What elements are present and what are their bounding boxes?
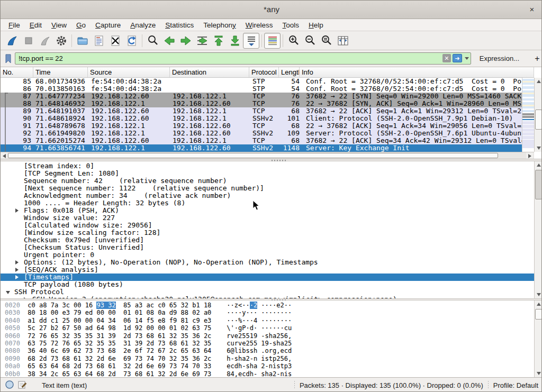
hex-byte[interactable]: 69 [158, 362, 165, 370]
hex-byte[interactable]: 02 [192, 309, 200, 316]
hex-byte[interactable]: 68 [108, 347, 115, 354]
ascii-char[interactable]: · [288, 302, 292, 309]
hex-byte[interactable]: 35 [181, 355, 188, 362]
hex-byte[interactable]: 69 [62, 347, 69, 354]
detail-line[interactable]: [Next sequence number: 1122 (relative se… [1, 185, 534, 192]
hex-byte[interactable]: 68 [62, 362, 69, 370]
ascii-char[interactable]: r [269, 347, 273, 354]
column-length[interactable]: Length [279, 67, 300, 77]
hex-byte[interactable]: 92 [135, 324, 142, 332]
hex-byte[interactable]: 65 [181, 347, 188, 354]
hex-byte[interactable]: 72 [146, 347, 153, 354]
hex-byte[interactable]: 75 [204, 324, 211, 332]
detail-line[interactable]: Checksum: 0x79ed [unverified] [1, 236, 534, 244]
go-forward-button[interactable] [177, 33, 194, 49]
ascii-char[interactable]: d [250, 324, 254, 332]
ascii-char[interactable]: n [269, 362, 273, 370]
ascii-char[interactable]: u [230, 340, 234, 347]
collapsed-arrow-icon[interactable] [15, 260, 19, 265]
detail-line[interactable]: [Checksum Status: Unverified] [1, 244, 534, 251]
hex-byte[interactable]: 73 [169, 362, 177, 370]
hex-byte[interactable]: 68 [96, 370, 104, 377]
ascii-char[interactable]: , [276, 347, 280, 354]
hex-byte[interactable]: 61 [146, 370, 153, 377]
hex-dump[interactable]: 0020 c0 a8 7a 3c 00 16 93 32 85 a3 ac c0… [5, 302, 292, 377]
hex-byte[interactable]: 67 [158, 347, 165, 354]
filter-bookmark-icon[interactable] [2, 52, 15, 65]
detail-line[interactable]: 1000 .... = Header Length: 32 bytes (8) [1, 199, 534, 207]
hex-byte[interactable]: 63 [192, 324, 200, 332]
hex-row-0060[interactable]: 0060 72 76 65 32 35 35 31 39 2d 73 68 61… [5, 332, 292, 340]
ascii-char[interactable]: , [234, 370, 238, 377]
hex-byte[interactable]: 6c [51, 347, 58, 354]
ascii-char[interactable]: h [276, 340, 280, 347]
hex-byte[interactable]: 2d [108, 370, 115, 377]
detail-line[interactable]: [TCP Segment Len: 1080] [1, 170, 534, 177]
hex-byte[interactable]: 73 [123, 370, 131, 377]
column-protocol[interactable]: Protocol [249, 67, 279, 77]
hex-byte[interactable]: 00 [108, 309, 115, 316]
hex-byte[interactable]: 32 [85, 355, 93, 362]
details-vscrollbar[interactable] [534, 161, 542, 298]
scrollbar-thumb[interactable] [535, 309, 542, 320]
hex-byte[interactable]: 73 [96, 347, 104, 354]
ascii-char[interactable]: · [288, 309, 292, 316]
menu-edit[interactable]: Edit [25, 20, 47, 30]
ascii-char[interactable]: 5 [281, 332, 284, 340]
hex-byte[interactable]: 63 [28, 340, 35, 347]
go-to-packet-button[interactable] [194, 33, 210, 49]
ascii-char[interactable]: r [234, 340, 238, 347]
scrollbar-thumb[interactable] [535, 170, 542, 199]
add-filter-button[interactable]: + [532, 54, 542, 63]
column-source[interactable]: Source [88, 67, 170, 77]
ascii-char[interactable]: s [261, 370, 265, 377]
hex-byte[interactable]: 98 [108, 324, 115, 332]
packet-row-85[interactable]: 8568.001734936fe:54:00:d4:38:2aSTP54Conf… [1, 78, 522, 85]
hex-byte[interactable]: e3 [62, 309, 69, 316]
scroll-up-icon[interactable] [535, 78, 542, 85]
hex-byte[interactable]: ad [85, 324, 93, 332]
capture-restart-button[interactable] [37, 33, 53, 49]
packet-row-89[interactable]: 8971.648191037192.168.122.60192.168.122.… [1, 107, 522, 115]
hex-byte[interactable]: b2 [51, 324, 58, 332]
ascii-char[interactable]: a [269, 370, 273, 377]
ascii-char[interactable]: 5 [250, 340, 254, 347]
ascii-char[interactable]: 1 [261, 340, 265, 347]
menu-capture[interactable]: Capture [91, 20, 125, 30]
hex-byte[interactable]: 2c [169, 347, 177, 354]
ascii-char[interactable]: 1 [250, 332, 254, 340]
hex-byte[interactable]: 50 [74, 324, 81, 332]
hex-byte[interactable]: 73 [85, 362, 93, 370]
ascii-char[interactable]: 2 [276, 355, 280, 362]
hex-row-00b0[interactable]: 00b0 38 34 2c 65 63 64 68 2d 73 68 61 32… [5, 370, 292, 377]
detail-line[interactable]: Flags: 0x018 (PSH, ACK) [1, 207, 534, 214]
hex-byte[interactable]: 74 [181, 362, 188, 370]
scrollbar-thumb[interactable] [8, 153, 498, 158]
packet-list-header[interactable]: No. Time Source Destination Protocol Len… [1, 67, 534, 78]
menu-go[interactable]: Go [71, 20, 91, 30]
scrollbar-thumb[interactable] [535, 110, 542, 130]
ascii-char[interactable]: e [281, 347, 284, 354]
hex-byte[interactable]: 06 [123, 317, 131, 324]
zoom-out-button[interactable] [302, 33, 318, 49]
ascii-char[interactable]: h [269, 332, 273, 340]
menu-help[interactable]: Help [304, 20, 328, 30]
packet-list-hscrollbar[interactable] [1, 152, 534, 159]
ascii-char[interactable]: · [230, 317, 234, 324]
hex-byte[interactable]: 36 [192, 355, 200, 362]
hex-byte[interactable]: 76 [39, 332, 47, 340]
detail-line[interactable]: [Timestamps] [1, 274, 534, 281]
hex-row-0070[interactable]: 0070 63 75 72 76 65 32 35 35 31 39 2d 73… [5, 340, 292, 347]
filter-apply-icon[interactable]: ➜ [453, 54, 462, 62]
hex-byte[interactable]: e3 [204, 317, 211, 324]
ascii-char[interactable]: · [265, 309, 269, 316]
packet-row-87[interactable]: 8771.647777234192.168.122.60192.168.122.… [1, 93, 522, 100]
hex-byte[interactable]: 32 [169, 332, 177, 340]
ascii-char[interactable]: h [250, 370, 254, 377]
ascii-char[interactable]: - [230, 355, 234, 362]
hex-byte[interactable]: 32 [62, 332, 69, 340]
menu-statistics[interactable]: Statistics [160, 20, 198, 30]
ascii-char[interactable]: 6 [284, 355, 288, 362]
hex-byte[interactable]: b1 [192, 302, 200, 309]
hex-byte[interactable]: c1 [51, 317, 58, 324]
